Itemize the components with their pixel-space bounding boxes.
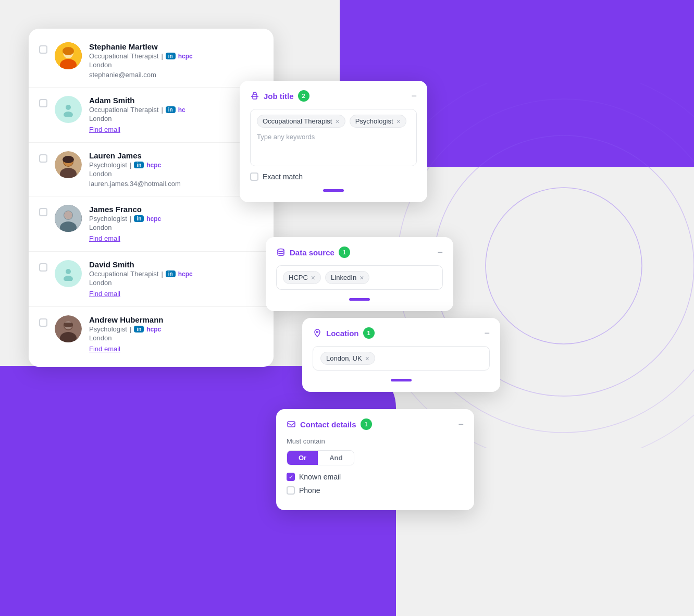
person-email: stephanie@email.com: [89, 71, 263, 79]
must-contain-label: Must contain: [287, 437, 464, 445]
tag-remove-button[interactable]: ×: [311, 274, 315, 281]
separator: |: [161, 52, 163, 60]
and-toggle-button[interactable]: And: [318, 451, 354, 465]
svg-point-30: [317, 331, 318, 333]
linkedin-badge: in: [134, 162, 144, 168]
location-tags-input[interactable]: London, UK ×: [313, 346, 490, 371]
hcpc-badge-truncated: hc: [178, 106, 185, 114]
panel-badge: 1: [361, 418, 372, 430]
person-checkbox-5[interactable]: [39, 263, 47, 272]
person-checkbox-2[interactable]: [39, 99, 47, 107]
panel-title: Data source: [290, 248, 334, 257]
panel-minimize-button[interactable]: −: [411, 91, 417, 101]
person-name: James Franco: [89, 205, 263, 214]
svg-point-9: [66, 105, 71, 110]
hcpc-badge: hcpc: [178, 270, 193, 278]
person-job-title: Psychologist: [89, 215, 127, 223]
known-email-label: Known email: [299, 473, 341, 481]
source-tags-input[interactable]: HCPC × LinkedIn ×: [276, 265, 443, 290]
person-name: Stephanie Martlew: [89, 42, 263, 51]
person-info-3: Lauren James Psychologist | in hcpc Lond…: [89, 151, 263, 188]
hcpc-badge: hcpc: [146, 215, 161, 223]
tag-label: HCPC: [289, 274, 308, 281]
tags-placeholder: Type any keywords: [257, 132, 315, 142]
panel-title: Job title: [264, 92, 294, 101]
svg-rect-26: [64, 323, 73, 327]
panel-scrollbar: [349, 298, 370, 301]
briefcase-icon: [250, 91, 259, 101]
panel-scrollbar: [323, 189, 344, 192]
linkedin-badge: in: [134, 215, 144, 222]
person-job-title: Psychologist: [89, 161, 127, 169]
linkedin-badge: in: [134, 326, 144, 332]
find-email-link[interactable]: Find email: [89, 290, 120, 298]
linkedin-badge: in: [166, 106, 176, 113]
exact-match-label: Exact match: [263, 173, 303, 181]
person-location: London: [89, 334, 263, 342]
person-title-row: Occupational Therapist | in hc: [89, 106, 263, 114]
tag-london-uk[interactable]: London, UK ×: [320, 352, 375, 365]
panel-title-group: Data source 1: [276, 247, 350, 258]
person-title-row: Occupational Therapist | in hcpc: [89, 270, 263, 278]
svg-point-19: [64, 211, 72, 219]
tag-linkedin[interactable]: LinkedIn ×: [325, 271, 369, 284]
svg-point-15: [63, 156, 74, 163]
tag-remove-button[interactable]: ×: [360, 274, 364, 281]
job-title-panel: Job title 2 − Occupational Therapist × P…: [240, 81, 427, 202]
table-row: Andrew Hubermann Psychologist | in hcpc …: [29, 307, 274, 362]
person-checkbox-6[interactable]: [39, 318, 47, 327]
person-checkbox-3[interactable]: [39, 154, 47, 163]
person-name: Lauren James: [89, 151, 263, 160]
job-title-tags-input[interactable]: Occupational Therapist × Psychologist × …: [250, 109, 417, 166]
panel-title: Contact details: [300, 420, 356, 429]
find-email-link[interactable]: Find email: [89, 126, 120, 133]
person-checkbox-1[interactable]: [39, 45, 47, 54]
panel-minimize-button[interactable]: −: [458, 420, 464, 429]
panel-minimize-button[interactable]: −: [484, 328, 490, 338]
linkedin-badge: in: [166, 270, 176, 277]
person-info-6: Andrew Hubermann Psychologist | in hcpc …: [89, 315, 263, 353]
panel-header: Contact details 1 −: [287, 418, 464, 430]
tag-remove-button[interactable]: ×: [365, 355, 369, 362]
data-source-panel: Data source 1 − HCPC × LinkedIn ×: [266, 237, 453, 311]
avatar: [55, 205, 82, 232]
person-job-title: Psychologist: [89, 325, 127, 333]
phone-checkbox[interactable]: [287, 486, 295, 495]
person-checkbox-4[interactable]: [39, 208, 47, 216]
person-title-row: Occupational Therapist | in hcpc: [89, 52, 263, 60]
panel-title-group: Job title 2: [250, 90, 309, 102]
tag-remove-button[interactable]: ×: [396, 118, 401, 125]
person-title-row: Psychologist | in hcpc: [89, 325, 263, 333]
tag-occupational-therapist[interactable]: Occupational Therapist ×: [257, 115, 345, 128]
person-name: David Smith: [89, 260, 263, 269]
person-info-2: Adam Smith Occupational Therapist | in h…: [89, 96, 263, 134]
avatar: [55, 315, 82, 342]
panel-minimize-button[interactable]: −: [437, 248, 443, 257]
panel-badge: 2: [298, 90, 309, 102]
person-info-5: David Smith Occupational Therapist | in …: [89, 260, 263, 298]
find-email-link[interactable]: Find email: [89, 235, 120, 242]
separator: |: [130, 215, 131, 223]
person-info-4: James Franco Psychologist | in hcpc Lond…: [89, 205, 263, 243]
known-email-checkbox[interactable]: [287, 473, 295, 481]
tag-remove-button[interactable]: ×: [335, 118, 339, 125]
separator: |: [130, 325, 131, 333]
tag-label: Psychologist: [355, 117, 393, 125]
exact-match-checkbox[interactable]: [250, 173, 258, 181]
location-pin-icon: [313, 328, 322, 338]
table-row: Stephanie Martlew Occupational Therapist…: [29, 34, 274, 88]
known-email-row: Known email: [287, 473, 464, 481]
panel-badge: 1: [363, 327, 375, 339]
person-name: Adam Smith: [89, 96, 263, 105]
svg-point-8: [63, 47, 74, 55]
tag-psychologist[interactable]: Psychologist ×: [350, 115, 406, 128]
linkedin-icon: in: [168, 53, 173, 59]
panel-header: Location 1 −: [313, 327, 490, 339]
tag-hcpc[interactable]: HCPC ×: [283, 271, 321, 284]
panel-header: Data source 1 −: [276, 247, 443, 258]
find-email-link[interactable]: Find email: [89, 345, 120, 353]
panel-badge: 1: [339, 247, 350, 258]
person-location: London: [89, 224, 263, 231]
separator: |: [130, 161, 131, 169]
or-toggle-button[interactable]: Or: [287, 451, 318, 465]
